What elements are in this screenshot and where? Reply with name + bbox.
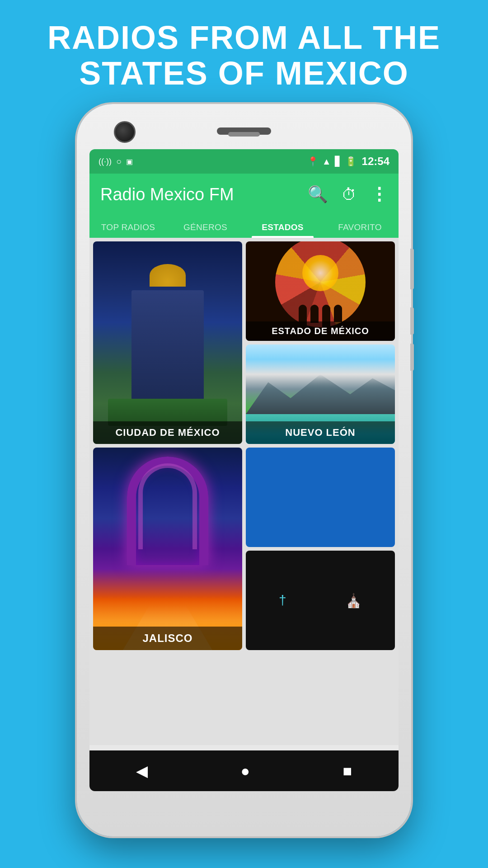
volume-down-button xyxy=(410,344,414,371)
card-partial-dark[interactable]: † ⛪ xyxy=(246,551,395,650)
signal-bars-icon: ▋ xyxy=(335,156,342,167)
headline-line2: STATES OF MEXICO xyxy=(79,55,408,91)
tab-favorito[interactable]: FAVORITO xyxy=(321,215,399,238)
app-bar-actions: 🔍 ⏱ ⋮ xyxy=(308,185,388,204)
status-bar: ((·)) ○ ▣ 📍 ▲ ▋ 🔋 12:54 xyxy=(89,149,399,174)
back-nav-button[interactable]: ◀ xyxy=(136,762,148,780)
card-estado-mexico[interactable]: ESTADO DE MÉXICO xyxy=(246,241,395,341)
card-cdmx[interactable]: CIUDAD DE MÉXICO xyxy=(93,241,242,444)
tab-top-radios[interactable]: TOP RADIOS xyxy=(89,215,167,238)
content-grid: CIUDAD DE MÉXICO xyxy=(89,238,399,745)
volume-up-button xyxy=(410,307,414,335)
more-options-icon[interactable]: ⋮ xyxy=(371,188,388,201)
battery-icon: 🔋 xyxy=(345,156,357,167)
partial-icon-1: † xyxy=(279,593,286,608)
card-nuevo-leon-label: NUEVO LEÓN xyxy=(246,421,395,444)
card-jalisco[interactable]: JALISCO xyxy=(93,448,242,650)
headline: RADIOS FROM ALL THE STATES OF MEXICO xyxy=(0,0,488,104)
tabs-bar: TOP RADIOS GÉNEROS ESTADOS FAVORITO xyxy=(89,215,399,238)
card-partial-blue[interactable] xyxy=(246,448,395,547)
status-right-icons: 📍 ▲ ▋ 🔋 12:54 xyxy=(307,155,389,168)
app-bar: Radio Mexico FM 🔍 ⏱ ⋮ xyxy=(89,174,399,215)
card-jalisco-label: JALISCO xyxy=(93,627,242,650)
card-cdmx-label: CIUDAD DE MÉXICO xyxy=(93,421,242,444)
headline-line1: RADIOS FROM ALL THE xyxy=(47,19,441,56)
search-icon[interactable]: 🔍 xyxy=(308,185,328,204)
tab-generos[interactable]: GÉNEROS xyxy=(167,215,244,238)
earpiece xyxy=(228,132,260,137)
status-left-icons: ((·)) ○ ▣ xyxy=(99,156,133,167)
recents-nav-button[interactable]: ■ xyxy=(343,762,352,780)
time-display: 12:54 xyxy=(362,155,389,168)
wifi-icon: ▲ xyxy=(322,156,331,167)
radio-signal-icon: ((·)) xyxy=(99,157,112,166)
tab-estados[interactable]: ESTADOS xyxy=(244,215,321,238)
bottom-nav: ◀ ● ■ xyxy=(89,750,399,791)
power-button xyxy=(410,249,414,289)
sync-icon: ○ xyxy=(116,156,122,167)
camera xyxy=(114,121,136,143)
card-nuevo-leon[interactable]: NUEVO LEÓN xyxy=(246,344,395,444)
home-nav-button[interactable]: ● xyxy=(240,762,250,780)
timer-icon[interactable]: ⏱ xyxy=(342,186,357,203)
phone-wrapper: ((·)) ○ ▣ 📍 ▲ ▋ 🔋 12:54 Radio Mexico FM … xyxy=(77,104,411,836)
app-title: Radio Mexico FM xyxy=(100,185,308,204)
card-estado-mexico-label: ESTADO DE MÉXICO xyxy=(246,321,395,341)
location-icon: 📍 xyxy=(307,156,319,167)
phone-screen: ((·)) ○ ▣ 📍 ▲ ▋ 🔋 12:54 Radio Mexico FM … xyxy=(89,149,399,791)
partial-icon-2: ⛪ xyxy=(345,593,362,609)
sd-card-icon: ▣ xyxy=(126,157,133,166)
